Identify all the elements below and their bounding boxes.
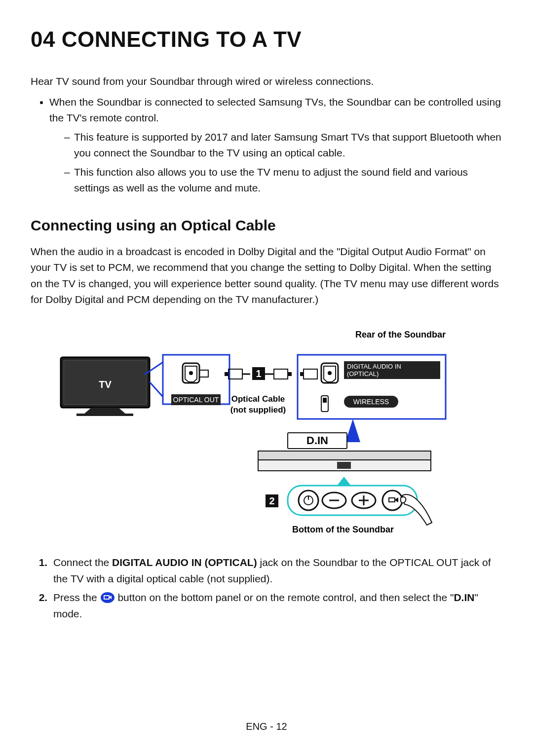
svg-rect-11 (274, 369, 288, 379)
section-heading: Connecting using an Optical Cable (31, 217, 502, 234)
tv-label: TV (99, 379, 112, 390)
optical-cable-label: Optical Cable (231, 394, 285, 404)
optical-out-label: OPTICAL OUT (173, 396, 219, 404)
not-supplied-label: (not supplied) (230, 405, 286, 415)
optical-cable: 1 Optical Cable (not supplied) (225, 367, 292, 415)
step2-bold: D.IN (454, 592, 474, 603)
bullet-list: When the Soundbar is connected to select… (31, 94, 502, 196)
digital-audio-in-label2: (OPTICAL) (347, 370, 379, 378)
soundbar-bottom-callout (288, 486, 432, 525)
bottom-label: Bottom of the Soundbar (292, 525, 394, 534)
rear-label: Rear of the Soundbar (355, 330, 446, 340)
svg-rect-9 (225, 372, 228, 376)
wireless-label: WIRELESS (353, 398, 389, 406)
step2-mid: button on the bottom panel or on the rem… (115, 592, 454, 603)
step-badge-2: 2 (269, 495, 274, 506)
svg-rect-15 (300, 372, 304, 376)
connection-diagram: Rear of the Soundbar TV (31, 328, 502, 540)
svg-rect-23 (258, 451, 431, 460)
svg-point-5 (189, 371, 193, 375)
manual-page: 04 CONNECTING TO A TV Hear TV sound from… (0, 0, 533, 756)
page-footer: ENG - 12 (0, 721, 533, 732)
svg-rect-12 (288, 372, 292, 376)
svg-rect-25 (337, 462, 351, 469)
tv-port-callout: OPTICAL OUT (163, 355, 229, 405)
step1-pre: Connect the (53, 557, 112, 568)
diagram-svg: Rear of the Soundbar TV (31, 328, 502, 540)
soundbar-rear-callout: DIGITAL AUDIO IN (OPTICAL) WIRELESS (298, 355, 446, 442)
section-paragraph: When the audio in a broadcast is encoded… (31, 244, 502, 308)
list-item: Press the button on the bottom panel or … (50, 590, 502, 622)
source-button-icon (100, 592, 115, 604)
list-item: This function also allows you to use the… (64, 164, 502, 196)
tv-icon: TV (61, 357, 150, 416)
svg-point-17 (328, 371, 332, 375)
soundbar-body (258, 451, 431, 486)
list-item: This feature is supported by 2017 and la… (64, 129, 502, 161)
din-display: D.IN (288, 433, 347, 449)
dash-list: This feature is supported by 2017 and la… (49, 129, 502, 196)
step1-bold: DIGITAL AUDIO IN (OPTICAL) (112, 557, 257, 568)
bullet-text: When the Soundbar is connected to select… (49, 96, 501, 124)
svg-rect-20 (323, 398, 327, 403)
svg-rect-2 (76, 414, 133, 416)
list-item: Connect the DIGITAL AUDIO IN (OPTICAL) j… (50, 555, 502, 587)
list-item: When the Soundbar is connected to select… (49, 94, 502, 196)
svg-rect-8 (228, 369, 242, 379)
chapter-title: 04 CONNECTING TO A TV (31, 27, 502, 52)
svg-point-37 (101, 592, 114, 603)
step-badge-1: 1 (256, 368, 261, 379)
instruction-steps: Connect the DIGITAL AUDIO IN (OPTICAL) j… (31, 555, 502, 622)
intro-text: Hear TV sound from your Soundbar through… (31, 74, 502, 89)
digital-audio-in-label: DIGITAL AUDIO IN (347, 363, 401, 370)
step2-pre: Press the (53, 592, 100, 603)
din-label: D.IN (306, 434, 328, 447)
